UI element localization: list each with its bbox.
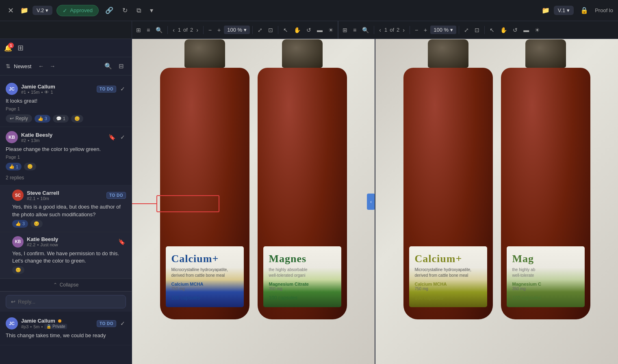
right-zoom-level[interactable]: 100 % ▾ <box>430 26 456 34</box>
right-text-btn[interactable]: ▬ <box>521 25 531 35</box>
reply-input[interactable]: ↩ Reply... <box>6 295 126 308</box>
approved-button[interactable]: ✓ Approved <box>56 5 99 16</box>
folder2-icon[interactable]: 📁 <box>542 6 550 14</box>
fit-screen-btn[interactable]: ⤢ <box>255 25 265 35</box>
view-icon: 👁 <box>44 90 49 95</box>
avatar: KB <box>6 131 18 143</box>
emoji-icon: 😊 <box>34 221 39 226</box>
right-zoom-in-btn[interactable]: + <box>421 25 429 35</box>
resolve-btn[interactable]: ✓ <box>119 85 126 93</box>
zoom-fit-btn[interactable]: 🔍 <box>153 25 165 35</box>
right-list-btn[interactable]: ≡ <box>351 25 359 35</box>
replies-count[interactable]: 2 replies <box>6 173 24 182</box>
reply-button[interactable]: ↩ Reply <box>6 114 32 123</box>
notifications-btn[interactable]: 🔔 1 <box>4 44 12 52</box>
right-prev-btn[interactable]: ‹ <box>377 25 384 35</box>
magnesium-mineral: Magnesium Citrate <box>269 282 336 286</box>
zoom-out-btn[interactable]: − <box>206 25 214 35</box>
magnesium-capsules: 100 capsules <box>269 295 336 301</box>
collapse-bar[interactable]: ⌃ Collapse <box>0 278 132 291</box>
comment-reactions: 😊 <box>12 266 126 274</box>
like-reaction-btn[interactable]: 👍 3 <box>35 115 50 123</box>
rotate-btn[interactable]: ↺ <box>304 25 314 35</box>
bookmark-btn[interactable]: 🔖 <box>108 133 116 141</box>
like-count: 1 <box>16 164 18 169</box>
lock-icon[interactable]: 🔒 <box>578 5 591 16</box>
prev-page-btn[interactable]: ‹ <box>170 25 177 35</box>
comment-info: #2.1 • 10m <box>27 196 103 201</box>
link-button[interactable]: 🔗 <box>103 5 116 16</box>
panel-divider-btn[interactable]: ‹ <box>367 194 375 210</box>
resolve-btn[interactable]: ✓ <box>119 133 126 141</box>
comment-author: Jamie Callum <box>21 318 93 324</box>
right-fit-btn[interactable]: ⤢ <box>462 25 471 35</box>
split-button[interactable]: ⧉ <box>134 5 143 16</box>
next-comment-btn[interactable]: → <box>48 62 57 70</box>
right-brightness-btn[interactable]: ☀ <box>532 25 542 35</box>
next-page-btn[interactable]: › <box>194 25 201 35</box>
right-grid-btn[interactable]: ⊞ <box>340 25 350 35</box>
zoom-level[interactable]: 100 % ▾ <box>224 26 250 34</box>
emoji-reaction-btn[interactable]: 😊 <box>71 115 83 123</box>
right-viewer-panel[interactable]: Calcium+ Microcrystalline hydroxyapatite… <box>375 39 618 364</box>
close-button[interactable]: ✕ <box>5 5 16 16</box>
folder-icon[interactable]: 📁 <box>20 6 28 14</box>
right-next-btn[interactable]: › <box>400 25 407 35</box>
cursor-tool-btn[interactable]: ↖ <box>281 25 291 35</box>
magnesium-bottle-right: Mag the highly abwell-tolerate Magnesium… <box>497 39 594 364</box>
top-bar: ✕ 📁 V.2 ▾ ✓ Approved 🔗 ↻ ⧉ ▾ 📁 V.1 ▾ 🔒 P… <box>0 0 618 21</box>
annotation-line <box>132 203 156 204</box>
emoji-reaction-btn[interactable]: 😊 <box>30 220 43 228</box>
grid-view-btn[interactable]: ⊞ <box>134 25 143 35</box>
text-tool-btn[interactable]: ▬ <box>314 25 325 35</box>
filter-btn[interactable]: ⊟ <box>117 61 126 71</box>
top-bar-left: ✕ 📁 V.2 ▾ ✓ Approved 🔗 ↻ ⧉ ▾ <box>5 5 156 16</box>
like-reaction-btn[interactable]: 👍 1 <box>6 163 22 170</box>
comment-header: SC Steve Carrell #2.1 • 10m TO DO <box>12 190 126 201</box>
emoji-reaction-btn[interactable]: 😊 <box>24 163 36 170</box>
right-rotate-btn[interactable]: ↺ <box>510 25 520 35</box>
comment-info: #2.2 • Just now <box>27 242 114 247</box>
reply-input-container: ↩ Reply... <box>0 291 132 312</box>
comment-item[interactable]: JC Jamie Callum #1 • 15m • 👁 1 TO DO <box>0 79 132 127</box>
zoom-in-btn[interactable]: + <box>215 25 223 35</box>
left-toolbar: ⊞ ≡ 🔍 ‹ 1 of 2 › − + 100 % ▾ ⤢ ⊡ ↖ ✋ ↺ ▬… <box>132 21 338 39</box>
search-comments-btn[interactable]: 🔍 <box>102 61 114 71</box>
magnesium-capsules-right: 100 capsules <box>512 295 579 301</box>
brightness-btn[interactable]: ☀ <box>326 25 336 35</box>
top-bar-right: 📁 V.1 ▾ 🔒 Proof lo <box>542 5 613 16</box>
reply-arrow-icon2: ↩ <box>11 299 15 305</box>
list-view-btn[interactable]: ≡ <box>144 25 152 35</box>
comment-item[interactable]: KB Katie Beesly #2 • 13m 🔖 ✓ Please chan… <box>0 127 132 185</box>
magnesium-subtitle-right: the highly abwell-tolerate <box>512 267 579 278</box>
hand-tool-btn[interactable]: ✋ <box>291 25 303 35</box>
comment-info: #2 • 13m <box>21 138 104 143</box>
refresh-button[interactable]: ↻ <box>120 5 130 16</box>
right-zoom-btn[interactable]: 🔍 <box>360 25 371 35</box>
layout-btn[interactable]: ⊞ <box>15 42 26 54</box>
like-count: 3 <box>22 221 25 226</box>
comment-item-reply[interactable]: SC Steve Carrell #2.1 • 10m TO DO Yes, t… <box>0 185 132 232</box>
right-zoom-out-btn[interactable]: − <box>412 25 421 35</box>
like-reaction-btn[interactable]: 👍 3 <box>12 220 28 228</box>
comment-item-reply[interactable]: KB Katie Beesly #2.2 • Just now 🔖 Yes, I… <box>0 232 132 278</box>
version2-dropdown[interactable]: V.1 ▾ <box>554 6 574 15</box>
version-dropdown[interactable]: V.2 ▾ <box>33 6 52 15</box>
resolve-btn[interactable]: ✓ <box>119 319 126 327</box>
bottle-body-r: Calcium+ Microcrystalline hydroxyapatite… <box>403 68 493 319</box>
comment-reaction-btn[interactable]: 💬 1 <box>53 115 69 123</box>
bookmark-btn[interactable]: 🔖 <box>117 238 126 246</box>
sidebar-actions: 🔍 ⊟ <box>102 61 126 71</box>
right-compare-btn[interactable]: ⊡ <box>472 25 482 35</box>
left-viewer-panel[interactable]: Calcium+ Microcrystalline hydroxyapatite… <box>132 39 375 364</box>
prev-comment-btn[interactable]: ← <box>36 62 46 70</box>
emoji-reaction-btn[interactable]: 😊 <box>12 266 24 274</box>
more-button[interactable]: ▾ <box>147 5 156 16</box>
comment-item-bottom[interactable]: JC Jamie Callum #p3 • 5m • 🔒 <box>0 313 132 345</box>
right-cursor-btn[interactable]: ↖ <box>487 25 497 35</box>
thumbs-up-icon: 👍 <box>15 221 21 226</box>
comment-text: Please change the color to yellow green. <box>6 146 126 153</box>
right-hand-btn[interactable]: ✋ <box>498 25 510 35</box>
like-count: 3 <box>45 116 47 121</box>
compare-btn[interactable]: ⊡ <box>266 25 275 35</box>
